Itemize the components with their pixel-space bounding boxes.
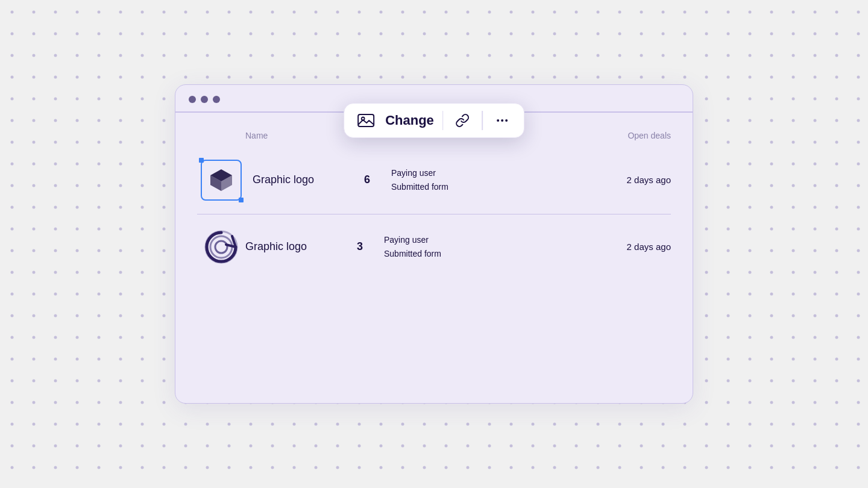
row-name-2: Graphic logo bbox=[245, 240, 336, 253]
row-deals-2: 2 days ago bbox=[505, 242, 671, 252]
svg-point-2 bbox=[497, 119, 499, 122]
row-status-line1-1: Paying user bbox=[391, 166, 512, 180]
svg-point-3 bbox=[501, 119, 503, 122]
toolbar-divider-2 bbox=[482, 111, 483, 130]
row-count-2: 3 bbox=[336, 240, 384, 253]
row-logo-1 bbox=[197, 160, 245, 201]
table-row[interactable]: Graphic logo 3 Paying user Submitted for… bbox=[197, 214, 671, 280]
toolbar-more-button[interactable] bbox=[491, 110, 513, 131]
toolbar-change-label: Change bbox=[385, 113, 434, 128]
row-status-1: Paying user Submitted form bbox=[391, 166, 512, 193]
svg-point-4 bbox=[505, 119, 508, 122]
col-name-header: Name bbox=[197, 131, 336, 140]
table-area: Name Open deals Graphic logo 6 bbox=[175, 125, 693, 280]
floating-toolbar: Change bbox=[344, 103, 524, 138]
col-deals-header: Open deals bbox=[505, 131, 671, 140]
toolbar-link-button[interactable] bbox=[451, 110, 473, 131]
row-status-2: Paying user Submitted form bbox=[384, 233, 505, 260]
window-dot-2 bbox=[201, 96, 208, 103]
browser-window: Change Name Open deals bbox=[175, 84, 693, 404]
row-status-line2-2: Submitted form bbox=[384, 247, 505, 260]
row-count-1: 6 bbox=[343, 174, 391, 186]
svg-point-7 bbox=[215, 241, 227, 253]
table-row[interactable]: Graphic logo 6 Paying user Submitted for… bbox=[197, 146, 671, 214]
row-logo-2 bbox=[197, 228, 245, 266]
row-name-1: Graphic logo bbox=[253, 174, 343, 186]
logo-selected-wrapper bbox=[201, 160, 242, 201]
toolbar-image-icon-btn[interactable] bbox=[355, 110, 377, 131]
row-deals-1: 2 days ago bbox=[512, 175, 671, 185]
svg-point-6 bbox=[210, 236, 232, 258]
window-dot-3 bbox=[213, 96, 220, 103]
toolbar-divider bbox=[442, 111, 444, 130]
row-status-line1-2: Paying user bbox=[384, 233, 505, 246]
row-status-line2-1: Submitted form bbox=[391, 180, 512, 193]
title-bar bbox=[175, 85, 693, 103]
svg-rect-0 bbox=[358, 114, 374, 127]
window-dot-1 bbox=[189, 96, 196, 103]
